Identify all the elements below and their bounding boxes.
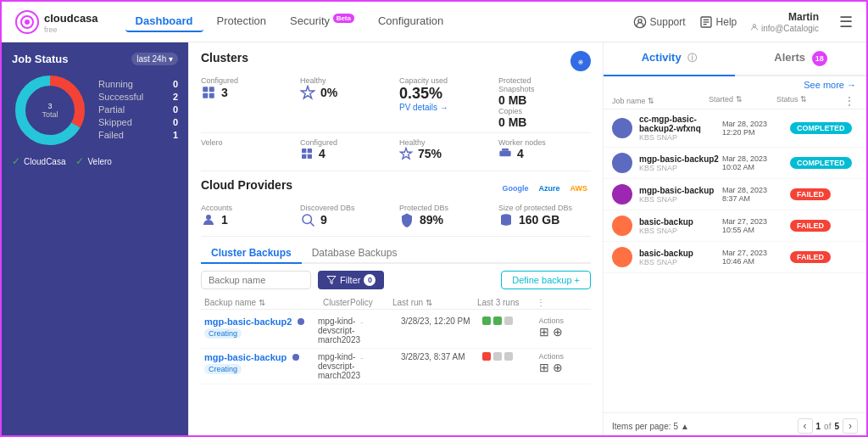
- total-pages: 5: [834, 422, 839, 431]
- activity-row-4: basic-backup KBS SNAP Mar 27, 2023 10:46…: [604, 242, 866, 273]
- help-button[interactable]: Help: [699, 15, 737, 29]
- backup-policy-1: -: [360, 352, 401, 362]
- col-header-lastrun: Last run ⇅: [392, 298, 477, 307]
- nav-protection[interactable]: Protection: [207, 11, 277, 32]
- filter-button[interactable]: Filter 0: [318, 271, 384, 289]
- pv-details-link[interactable]: PV details →: [399, 103, 492, 112]
- cloud-providers-title: Cloud Providers: [201, 178, 292, 192]
- backup-last3-0: [482, 317, 539, 325]
- svg-line-24: [310, 222, 314, 227]
- act-started-3: Mar 27, 2023 10:55 AM: [722, 217, 790, 234]
- act-job-3: basic-backup KBS SNAP: [612, 216, 722, 236]
- stat-failed: Failed 1: [98, 130, 178, 140]
- items-per-page-arrow[interactable]: ▲: [681, 422, 689, 431]
- velero-metrics: Velero Configured 4 Healthy 75%: [201, 132, 591, 160]
- backup-policy-0: -: [360, 317, 401, 327]
- backup-table-header: Backup name ⇅ Cluster Policy Last run ⇅ …: [201, 296, 591, 310]
- run-dot-1-0: [482, 352, 491, 361]
- activity-row-3: basic-backup KBS SNAP Mar 27, 2023 10:55…: [604, 210, 866, 242]
- action-grid-icon-1[interactable]: ⊞: [539, 361, 549, 374]
- check-velero-icon: ✓: [75, 155, 84, 167]
- svg-rect-15: [209, 93, 214, 98]
- backup-name-0: mgp-basic-backup2 Creating: [204, 317, 318, 339]
- svg-point-23: [303, 215, 312, 224]
- clusters-title: Clusters: [201, 51, 248, 64]
- act-col-status-header: Status ⇅: [776, 95, 844, 107]
- stat-successful: Successful 2: [98, 92, 178, 102]
- next-page-button[interactable]: ›: [843, 418, 858, 434]
- backup-tabs: Cluster Backups Database Backups: [201, 244, 591, 264]
- act-avatar-3: [612, 216, 632, 236]
- backup-name-1: mgp-basic-backup Creating: [204, 352, 318, 374]
- backup-filter-row: Filter 0 Define backup +: [201, 271, 591, 289]
- hamburger-menu[interactable]: ☰: [839, 13, 853, 31]
- nav-dashboard[interactable]: Dashboard: [125, 11, 203, 32]
- act-started-4: Mar 27, 2023 10:46 AM: [722, 249, 790, 266]
- velero-label: Velero: [201, 138, 293, 160]
- tab-cluster-backups[interactable]: Cluster Backups: [201, 244, 302, 264]
- col-header-cluster: Cluster: [323, 298, 350, 307]
- prev-page-button[interactable]: ‹: [798, 418, 813, 434]
- run-dot-0-0: [482, 317, 491, 325]
- backup-dot-0: [298, 318, 304, 325]
- act-status-2: FAILED: [790, 188, 858, 200]
- tab-activity[interactable]: Activity ⓘ: [604, 42, 735, 76]
- act-status-4: FAILED: [790, 251, 858, 263]
- items-per-page: Items per page: 5 ▲: [612, 422, 689, 431]
- velero-healthy-icon: [399, 147, 413, 160]
- healthy-icon: [300, 85, 315, 100]
- activity-row-2: mgp-basic-backup KBS SNAP Mar 28, 2023 8…: [604, 179, 866, 210]
- activity-row-0: cc-mgp-basic-backup2-wfxnq KBS SNAP Mar …: [604, 109, 866, 148]
- act-status-1: COMPLETED: [790, 157, 858, 169]
- cloud-providers-header: Cloud Providers Google Azure AWS: [201, 178, 591, 199]
- act-job-4: basic-backup KBS SNAP: [612, 247, 722, 267]
- page-nav: ‹ 1 of 5 ›: [798, 418, 858, 434]
- google-logo: Google: [498, 182, 531, 194]
- actions-icons-0: ⊞ ⊕: [539, 325, 587, 339]
- clusters-header: Clusters ⎈: [201, 51, 591, 71]
- filter-icon: [326, 275, 337, 285]
- stat-skipped: Skipped 0: [98, 117, 178, 127]
- see-more-link[interactable]: See more →: [604, 76, 866, 93]
- activity-table-header: Job name ⇅ Started ⇅ Status ⇅ ⋮: [604, 93, 866, 109]
- alerts-count-badge: 18: [812, 51, 827, 66]
- backup-cluster-1: mpg-kind-devscript-march2023: [318, 352, 360, 380]
- logo-area: cloudcasa free: [15, 10, 98, 34]
- tab-alerts[interactable]: Alerts 18: [735, 42, 866, 75]
- support-button[interactable]: Support: [633, 15, 686, 29]
- backup-actions-0: Actions ⊞ ⊕: [539, 317, 587, 339]
- act-avatar-2: [612, 184, 632, 204]
- nav-configuration[interactable]: Configuration: [368, 11, 453, 32]
- action-add-icon-1[interactable]: ⊕: [553, 361, 563, 374]
- cloud-discovered: Discovered DBs 9: [300, 204, 392, 227]
- cloud-size: Size of protected DBs 160 GB: [498, 204, 591, 227]
- size-icon: [498, 212, 514, 227]
- job-status-title: Job Status: [12, 53, 68, 65]
- cloudcasa-capacity: Capacity used 0.35% PV details →: [399, 76, 492, 129]
- define-backup-button[interactable]: Define backup +: [501, 271, 591, 289]
- clusters-section: Clusters ⎈ Configured 3 Healthy 0%: [201, 51, 591, 160]
- act-started-2: Mar 28, 2023 8:37 AM: [722, 186, 790, 203]
- svg-point-1: [25, 20, 30, 25]
- run-dot-0-2: [504, 317, 513, 325]
- velero-configured-icon: [300, 147, 314, 160]
- stat-partial: Partial 0: [98, 104, 178, 115]
- act-col-started-header: Started ⇅: [709, 95, 776, 107]
- user-info: Martin info@Catalogic: [750, 11, 819, 33]
- time-filter[interactable]: last 24h ▾: [131, 53, 178, 65]
- act-col-job-header: Job name ⇅: [612, 95, 709, 107]
- backup-last3-1: [482, 352, 539, 361]
- backup-search-input[interactable]: [201, 271, 311, 289]
- act-status-0: COMPLETED: [790, 122, 858, 134]
- tab-database-backups[interactable]: Database Backups: [302, 244, 408, 264]
- activity-row-1: mgp-basic-backup2 KBS SNAP Mar 28, 2023 …: [604, 148, 866, 179]
- vendor-velero: ✓ Velero: [75, 155, 111, 167]
- action-grid-icon-0[interactable]: ⊞: [539, 325, 549, 339]
- act-avatar-0: [612, 118, 632, 138]
- right-panel: Activity ⓘ Alerts 18 See more → Job name…: [604, 42, 866, 437]
- act-status-3: FAILED: [790, 220, 858, 232]
- col-header-last3: Last 3 runs: [477, 298, 537, 307]
- action-add-icon-0[interactable]: ⊕: [553, 325, 563, 339]
- logo-icon: [15, 10, 39, 34]
- nav-security[interactable]: Security Beta: [280, 11, 364, 32]
